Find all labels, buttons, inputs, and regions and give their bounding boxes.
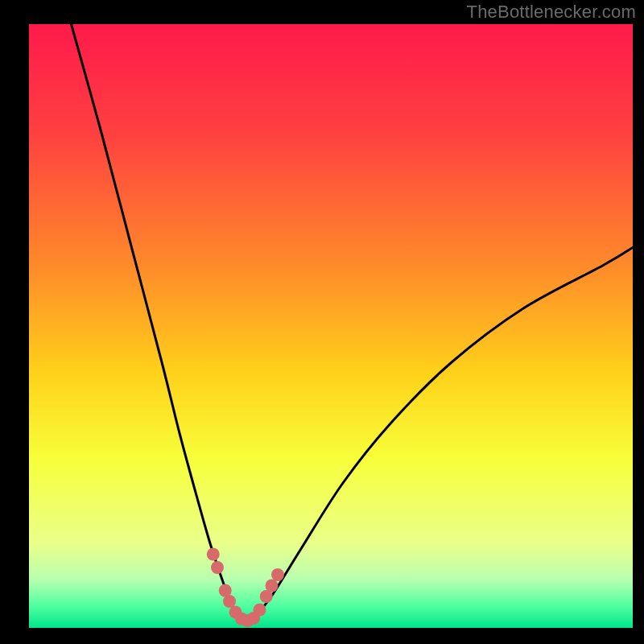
marker-dot [207, 548, 220, 561]
watermark-label: TheBottlenecker.com [467, 2, 636, 23]
marker-dot [266, 580, 279, 592]
plot-background [29, 24, 633, 628]
marker-dot [271, 568, 284, 581]
marker-dot [211, 561, 224, 574]
bottleneck-plot [0, 0, 644, 644]
chart-stage: TheBottlenecker.com [0, 0, 644, 644]
marker-dot [223, 595, 236, 608]
marker-dot [254, 604, 266, 617]
